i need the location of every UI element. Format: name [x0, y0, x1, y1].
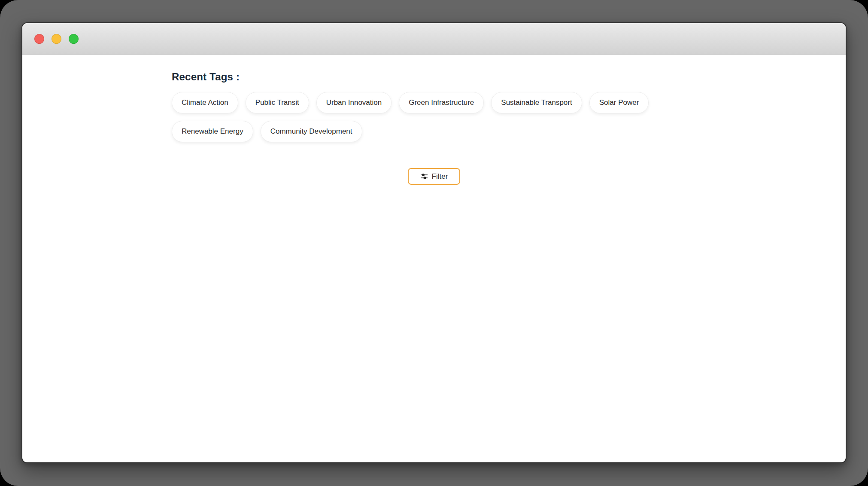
window-titlebar: [22, 23, 846, 55]
minimize-button[interactable]: [52, 34, 61, 44]
tag-list: Climate ActionPublic TransitUrban Innova…: [172, 92, 696, 142]
tag-pill[interactable]: Urban Innovation: [316, 92, 392, 113]
filter-button[interactable]: Filter: [408, 168, 461, 185]
desktop-backdrop: Recent Tags : Climate ActionPublic Trans…: [0, 0, 868, 486]
tag-pill[interactable]: Renewable Energy: [172, 121, 253, 142]
window-content: Recent Tags : Climate ActionPublic Trans…: [22, 55, 846, 185]
filter-button-label: Filter: [432, 172, 448, 181]
window-controls: [34, 34, 79, 44]
app-window: Recent Tags : Climate ActionPublic Trans…: [21, 22, 847, 463]
divider: [172, 154, 696, 154]
tag-pill[interactable]: Climate Action: [172, 92, 238, 113]
tag-pill[interactable]: Sustainable Transport: [491, 92, 582, 113]
page-title: Recent Tags :: [172, 71, 696, 83]
filter-row: Filter: [172, 168, 696, 185]
sliders-icon: [420, 173, 428, 180]
main-container: Recent Tags : Climate ActionPublic Trans…: [172, 71, 696, 185]
tag-pill[interactable]: Solar Power: [589, 92, 649, 113]
tag-pill[interactable]: Public Transit: [246, 92, 309, 113]
zoom-button[interactable]: [69, 34, 79, 44]
tag-pill[interactable]: Green Infrastructure: [399, 92, 484, 113]
tag-pill[interactable]: Community Development: [261, 121, 362, 142]
close-button[interactable]: [34, 34, 44, 44]
